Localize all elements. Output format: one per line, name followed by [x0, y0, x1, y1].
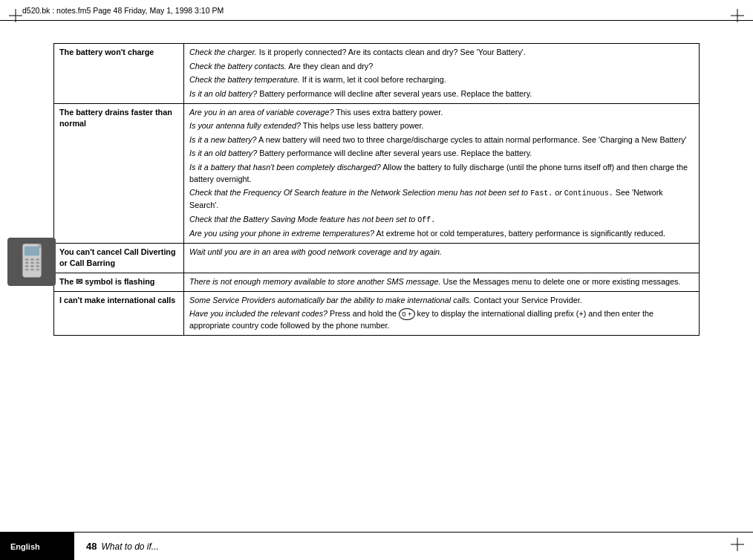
svg-rect-22	[39, 244, 41, 247]
table-row: I can't make international callsSome Ser…	[54, 291, 700, 335]
solution-cell: Some Service Providers automatically bar…	[184, 291, 700, 335]
phone-icon-area	[7, 238, 56, 286]
solution-paragraph: Is it an old battery? Battery performanc…	[189, 148, 694, 160]
table-row: The battery drains faster than normalAre…	[54, 103, 700, 243]
svg-rect-18	[36, 265, 39, 267]
svg-rect-12	[36, 258, 39, 261]
solution-paragraph: Is your antenna fully extended? This hel…	[189, 120, 694, 132]
solution-cell: Check the charger. Is it properly connec…	[184, 44, 700, 104]
svg-rect-17	[30, 265, 34, 267]
solution-cell: Are you in an area of variable coverage?…	[184, 103, 700, 243]
solution-cell: Wait until you are in an area with good …	[184, 243, 700, 273]
table-row: The ✉ symbol is flashingThere is not eno…	[54, 273, 700, 291]
footer-language: English	[0, 533, 74, 560]
svg-rect-10	[25, 258, 28, 261]
svg-rect-14	[30, 261, 34, 264]
svg-rect-9	[25, 246, 39, 255]
page-label: What to do if...	[101, 541, 158, 552]
problem-cell: The battery drains faster than normal	[54, 103, 184, 243]
solution-paragraph: Check the battery temperature. If it is …	[189, 74, 694, 86]
solution-paragraph: Check the battery contacts. Are they cle…	[189, 61, 694, 73]
solution-paragraph: There is not enough memory available to …	[189, 276, 694, 288]
table-row: The battery won't chargeCheck the charge…	[54, 44, 700, 104]
problem-cell: You can't cancel Call Diverting or Call …	[54, 243, 184, 273]
svg-rect-13	[25, 261, 28, 264]
solution-cell: There is not enough memory available to …	[184, 273, 700, 291]
solution-paragraph: Is it a battery that hasn't been complet…	[189, 162, 694, 185]
solution-paragraph: Check that the Frequency Of Search featu…	[189, 187, 694, 211]
solution-paragraph: Are you using your phone in extreme temp…	[189, 228, 694, 240]
svg-rect-19	[25, 268, 28, 270]
problem-cell: The battery won't charge	[54, 44, 184, 104]
svg-rect-11	[30, 258, 34, 261]
solution-paragraph: Have you included the relevant codes? Pr…	[189, 308, 694, 331]
problem-cell: The ✉ symbol is flashing	[54, 273, 184, 291]
header-text: d520.bk : notes.fm5 Page 48 Friday, May …	[22, 6, 224, 15]
solution-paragraph: Check the charger. Is it properly connec…	[189, 47, 694, 59]
main-content: The battery won't chargeCheck the charge…	[0, 21, 753, 532]
header-bar: d520.bk : notes.fm5 Page 48 Friday, May …	[0, 0, 753, 21]
footer-page-info: 48 What to do if...	[74, 541, 159, 552]
solution-paragraph: Are you in an area of variable coverage?…	[189, 107, 694, 119]
content-table: The battery won't chargeCheck the charge…	[53, 43, 700, 336]
svg-rect-20	[30, 268, 34, 270]
solution-paragraph: Wait until you are in an area with good …	[189, 247, 694, 258]
table-row: You can't cancel Call Diverting or Call …	[54, 243, 700, 273]
svg-rect-16	[25, 265, 28, 267]
svg-rect-15	[36, 261, 39, 264]
solution-paragraph: Is it a new battery? A new battery will …	[189, 134, 694, 146]
solution-paragraph: Some Service Providers automatically bar…	[189, 295, 694, 307]
solution-paragraph: Is it an old battery? Battery performanc…	[189, 88, 694, 100]
page-number: 48	[86, 541, 97, 552]
solution-paragraph: Check that the Battery Saving Mode featu…	[189, 214, 694, 227]
svg-rect-21	[36, 268, 39, 270]
problem-cell: I can't make international calls	[54, 291, 184, 335]
footer-bar: English 48 What to do if...	[0, 532, 753, 560]
